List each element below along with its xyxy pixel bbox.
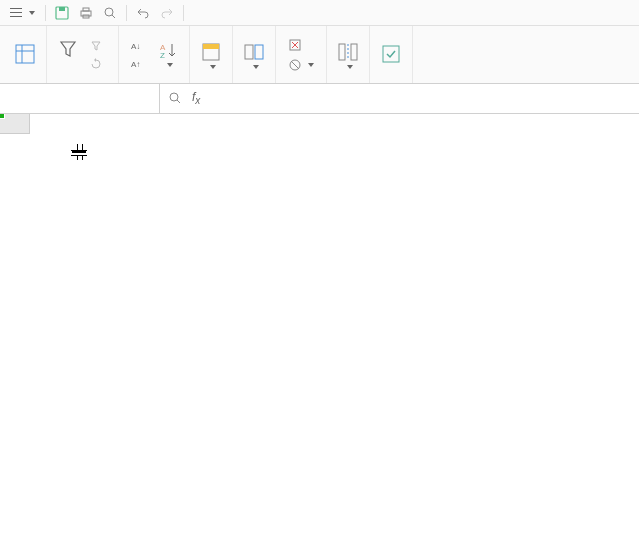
- svg-line-22: [291, 61, 299, 69]
- sort-icon: AZ: [157, 39, 179, 61]
- pivot-table-button[interactable]: [12, 43, 38, 67]
- save-icon[interactable]: [50, 1, 74, 25]
- redo-icon[interactable]: [155, 1, 179, 25]
- svg-rect-24: [351, 44, 357, 60]
- highlight-icon: [200, 41, 222, 63]
- reject-dup-icon: [288, 58, 302, 72]
- data-compare-button[interactable]: [241, 41, 267, 69]
- preview-icon[interactable]: [98, 1, 122, 25]
- svg-rect-3: [83, 8, 89, 11]
- split-icon: [337, 41, 359, 63]
- svg-point-5: [105, 8, 113, 16]
- svg-point-27: [170, 93, 178, 101]
- svg-rect-16: [245, 45, 253, 59]
- menu-bar: [0, 0, 639, 26]
- sort-button[interactable]: AZ: [155, 39, 181, 71]
- svg-rect-7: [16, 45, 34, 63]
- search-icon[interactable]: [168, 91, 182, 105]
- reapply-icon: [89, 57, 103, 71]
- fx-icon[interactable]: fx: [192, 90, 200, 106]
- formula-bar: fx: [0, 84, 639, 114]
- pivot-table-icon: [14, 43, 36, 65]
- spreadsheet-grid[interactable]: [0, 114, 639, 558]
- select-all-corner[interactable]: [0, 114, 30, 134]
- svg-rect-23: [339, 44, 345, 60]
- ribbon-bar: A↓ A↑ AZ: [0, 26, 639, 84]
- sort-asc-button[interactable]: A↓: [127, 39, 151, 53]
- reject-dup-button[interactable]: [284, 57, 318, 73]
- undo-icon[interactable]: [131, 1, 155, 25]
- cell-cursor-icon: [72, 145, 86, 159]
- compare-icon: [243, 41, 265, 63]
- highlight-dup-button[interactable]: [198, 41, 224, 69]
- svg-rect-15: [203, 44, 219, 49]
- file-menu[interactable]: [4, 8, 41, 18]
- split-button[interactable]: [335, 41, 361, 69]
- smart-fill-button[interactable]: [378, 43, 404, 67]
- svg-line-6: [112, 15, 115, 18]
- svg-rect-1: [59, 7, 65, 11]
- svg-text:A↓: A↓: [131, 42, 140, 51]
- svg-rect-26: [383, 46, 399, 62]
- svg-text:A↑: A↑: [131, 60, 140, 69]
- svg-text:Z: Z: [160, 51, 165, 60]
- show-all-button[interactable]: [85, 38, 110, 54]
- reapply-button[interactable]: [85, 56, 110, 72]
- delete-dup-button[interactable]: [284, 37, 318, 53]
- delete-dup-icon: [288, 38, 302, 52]
- show-all-icon: [89, 39, 103, 53]
- name-box[interactable]: [0, 84, 160, 113]
- svg-line-28: [177, 100, 180, 103]
- print-icon[interactable]: [74, 1, 98, 25]
- menu-icon: [10, 8, 22, 18]
- chevron-down-icon: [29, 11, 35, 15]
- smart-fill-icon: [380, 43, 402, 65]
- funnel-icon: [57, 38, 79, 60]
- sort-desc-button[interactable]: A↑: [127, 57, 151, 71]
- autofilter-button[interactable]: [55, 38, 81, 72]
- svg-rect-17: [255, 45, 263, 59]
